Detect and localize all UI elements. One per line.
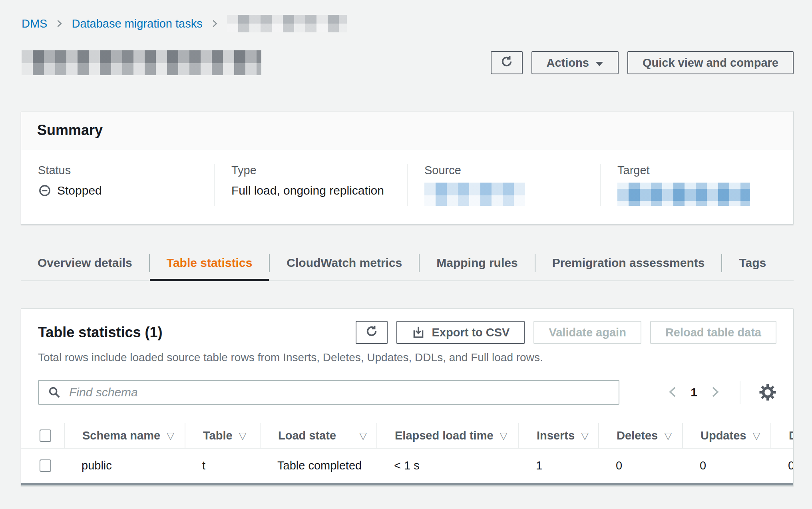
row-checkbox[interactable] xyxy=(40,459,51,472)
column-header-inserts[interactable]: Inserts ▽ xyxy=(518,423,598,448)
reload-table-data-button[interactable]: Reload table data xyxy=(650,321,776,344)
sort-icon: ▽ xyxy=(359,430,367,441)
tab-mapping-rules[interactable]: Mapping rules xyxy=(420,245,534,280)
refresh-icon xyxy=(364,324,379,341)
page-title-redacted xyxy=(22,50,261,75)
column-label: Elapsed load time xyxy=(395,429,494,442)
target-link-redacted[interactable] xyxy=(617,183,750,206)
reload-table-data-label: Reload table data xyxy=(665,326,761,339)
current-page-number[interactable]: 1 xyxy=(691,386,697,399)
breadcrumb-current-redacted xyxy=(227,15,347,32)
column-label: Deletes xyxy=(617,429,658,442)
tab-overview-details[interactable]: Overview details xyxy=(21,245,149,280)
chevron-right-icon xyxy=(55,19,64,28)
tab-tags[interactable]: Tags xyxy=(722,245,783,280)
sort-icon: ▽ xyxy=(500,430,508,441)
column-label: Schema name xyxy=(82,429,160,442)
field-label: Status xyxy=(38,164,197,177)
refresh-button[interactable] xyxy=(491,51,523,74)
cell-deletes: 0 xyxy=(598,459,682,472)
cell-schema-name: public xyxy=(64,459,185,472)
field-label: Target xyxy=(617,164,776,177)
column-label: Inserts xyxy=(537,429,575,442)
table-statistics-card: Table statistics (1) Export to CSV Valid… xyxy=(21,308,794,486)
table-statistics-table: Schema name ▽ Table ▽ Load state ▽ Elaps… xyxy=(21,423,794,482)
summary-card: Summary Status Stopped Type Full load, o… xyxy=(21,111,794,225)
chevron-right-icon xyxy=(709,386,721,400)
column-header-load-state[interactable]: Load state ▽ xyxy=(260,423,376,448)
table-row: public t Table completed < 1 s 1 0 0 0 xyxy=(21,449,794,482)
breadcrumb-link-dms[interactable]: DMS xyxy=(22,17,47,30)
field-label: Type xyxy=(231,164,390,177)
download-icon xyxy=(412,326,425,339)
breadcrumb: DMS Database migration tasks xyxy=(22,15,812,32)
table-statistics-description: Total rows include loaded source table r… xyxy=(21,344,793,364)
summary-field-target: Target xyxy=(600,164,793,206)
column-header-table[interactable]: Table ▽ xyxy=(185,423,260,448)
sort-icon: ▽ xyxy=(167,430,174,441)
column-label: Table xyxy=(203,429,233,442)
field-label: Source xyxy=(424,164,583,177)
pager-divider xyxy=(740,381,740,404)
type-value: Full load, ongoing replication xyxy=(231,183,390,199)
column-header-elapsed-load-time[interactable]: Elapsed load time ▽ xyxy=(376,423,518,448)
page-header: Actions Quick view and compare xyxy=(22,50,794,75)
chevron-right-icon xyxy=(211,19,219,28)
status-value: Stopped xyxy=(38,183,197,199)
sort-icon: ▽ xyxy=(664,430,672,441)
column-header-schema-name[interactable]: Schema name ▽ xyxy=(64,423,185,448)
cell-table: t xyxy=(185,459,260,472)
cell-inserts: 1 xyxy=(518,459,598,472)
quick-view-button-label: Quick view and compare xyxy=(643,56,778,70)
row-select-cell xyxy=(21,459,64,472)
export-csv-button[interactable]: Export to CSV xyxy=(396,321,525,344)
breadcrumb-link-tasks[interactable]: Database migration tasks xyxy=(72,17,202,30)
source-value xyxy=(424,183,583,206)
export-csv-label: Export to CSV xyxy=(432,326,509,339)
select-all-checkbox[interactable] xyxy=(40,429,51,442)
refresh-icon xyxy=(500,54,514,72)
actions-button[interactable]: Actions xyxy=(531,51,619,74)
summary-title: Summary xyxy=(21,111,793,149)
table-statistics-actions: Export to CSV Validate again Reload tabl… xyxy=(356,321,776,344)
refresh-table-button[interactable] xyxy=(356,321,388,344)
validate-again-button[interactable]: Validate again xyxy=(533,321,641,344)
column-header-ddls[interactable]: DDLs ▽ xyxy=(770,423,794,448)
summary-field-source: Source xyxy=(407,164,600,206)
column-label: Updates xyxy=(701,429,746,442)
chevron-left-icon xyxy=(667,386,679,400)
source-link-redacted[interactable] xyxy=(424,183,525,206)
search-row: 1 xyxy=(21,364,793,405)
table-preferences-button[interactable] xyxy=(759,384,776,401)
stopped-circle-minus-icon xyxy=(38,184,52,197)
table-statistics-title: Table statistics (1) xyxy=(38,324,162,341)
next-page-button[interactable] xyxy=(709,386,721,400)
summary-field-type: Type Full load, ongoing replication xyxy=(214,164,407,206)
search-icon xyxy=(48,386,61,399)
table-header-row: Schema name ▽ Table ▽ Load state ▽ Elaps… xyxy=(21,423,794,449)
summary-fields: Status Stopped Type Full load, ongoing r… xyxy=(21,149,793,224)
detail-tabs: Overview details Table statistics CloudW… xyxy=(21,245,794,281)
column-header-updates[interactable]: Updates ▽ xyxy=(682,423,770,448)
status-text: Stopped xyxy=(57,184,102,197)
pagination: 1 xyxy=(667,381,776,404)
column-header-deletes[interactable]: Deletes ▽ xyxy=(598,423,682,448)
find-schema-input[interactable] xyxy=(69,386,610,399)
cell-load-state: Table completed xyxy=(260,459,376,472)
column-label: DDLs xyxy=(789,429,794,442)
summary-field-status: Status Stopped xyxy=(21,164,214,206)
cell-ddls: 0 xyxy=(770,459,794,472)
quick-view-button[interactable]: Quick view and compare xyxy=(627,51,794,74)
sort-icon: ▽ xyxy=(752,430,760,441)
tab-table-statistics[interactable]: Table statistics xyxy=(150,245,269,280)
schema-search-box[interactable] xyxy=(38,380,619,405)
tab-premigration-assessments[interactable]: Premigration assessments xyxy=(535,245,722,280)
sort-icon: ▽ xyxy=(239,430,247,441)
caret-down-icon xyxy=(595,56,603,70)
column-label: Load state xyxy=(278,429,336,442)
cell-elapsed-load-time: < 1 s xyxy=(376,459,518,472)
tab-cloudwatch-metrics[interactable]: CloudWatch metrics xyxy=(270,245,419,280)
page-actions: Actions Quick view and compare xyxy=(491,51,794,74)
previous-page-button[interactable] xyxy=(667,386,679,400)
sort-icon: ▽ xyxy=(581,430,589,441)
